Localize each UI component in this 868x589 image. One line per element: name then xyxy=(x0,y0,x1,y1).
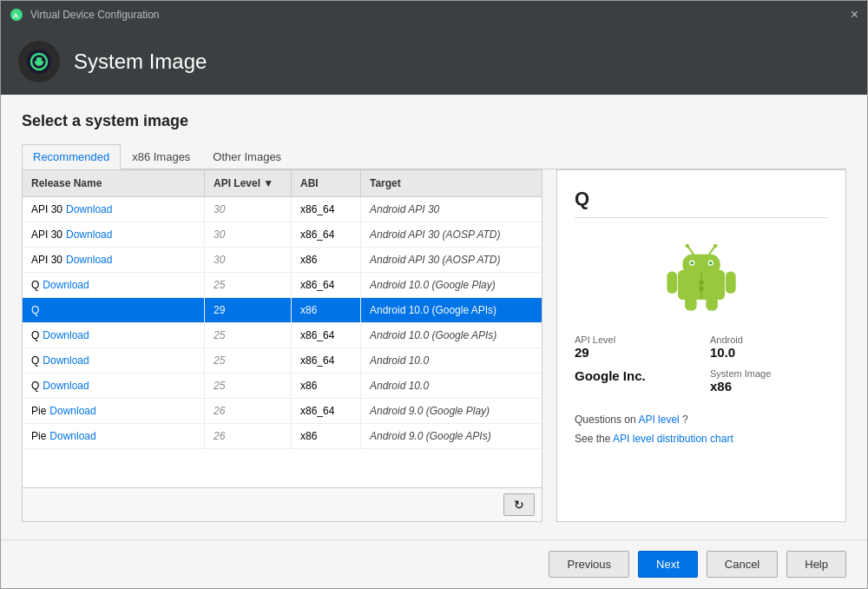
questions-text: Questions on xyxy=(575,414,638,426)
system-image-field: System Image x86 xyxy=(710,368,828,394)
previous-button[interactable]: Previous xyxy=(549,551,629,578)
cell-abi: x86 xyxy=(292,424,361,448)
refresh-button[interactable]: ↻ xyxy=(503,493,535,516)
cell-api: 25 xyxy=(205,348,292,373)
download-link[interactable]: Download xyxy=(49,405,95,417)
release-q: Q xyxy=(31,329,39,341)
info-name-label: Q xyxy=(575,188,828,218)
table-row[interactable]: Pie Download 26 x86 Android 9.0 (Google … xyxy=(23,424,542,449)
api-level-label: API Level xyxy=(575,334,693,345)
cell-release: Q xyxy=(23,298,205,322)
info-fields: API Level 29 Android 10.0 Google Inc. Sy… xyxy=(575,334,828,394)
download-link[interactable]: Download xyxy=(43,329,89,341)
download-link[interactable]: Download xyxy=(43,279,89,291)
next-button[interactable]: Next xyxy=(638,551,698,578)
cell-abi: x86_64 xyxy=(292,222,361,247)
page-title: Select a system image xyxy=(22,112,846,130)
table-row[interactable]: Pie Download 26 x86_64 Android 9.0 (Goog… xyxy=(23,399,542,424)
android-robot-svg xyxy=(662,237,740,315)
table-row[interactable]: Q Download 25 x86_64 Android 10.0 (Googl… xyxy=(23,323,542,348)
cell-release: Q Download xyxy=(23,374,205,398)
col-abi: ABI xyxy=(292,170,361,196)
cell-abi: x86_64 xyxy=(292,323,361,347)
android-field: Android 10.0 xyxy=(710,334,828,360)
cell-api: 26 xyxy=(205,399,292,423)
svg-point-23 xyxy=(699,287,703,291)
footer: Previous Next Cancel Help xyxy=(1,539,867,588)
android-studio-icon: A xyxy=(10,8,23,22)
chart-link[interactable]: API level distribution chart xyxy=(613,433,733,445)
release-q: Q xyxy=(31,380,39,392)
svg-point-16 xyxy=(713,244,718,248)
refresh-section: ↻ xyxy=(23,487,542,521)
svg-rect-20 xyxy=(706,296,718,310)
help-button[interactable]: Help xyxy=(786,551,846,578)
cell-release: Q Download xyxy=(23,348,205,373)
cancel-button[interactable]: Cancel xyxy=(707,551,778,578)
svg-rect-19 xyxy=(685,296,697,310)
download-link[interactable]: Download xyxy=(66,228,112,241)
cell-api: 30 xyxy=(205,222,292,247)
close-button[interactable]: × xyxy=(851,8,858,22)
table-row[interactable]: API 30 Download 30 x86_64 Android API 30 xyxy=(23,197,542,222)
svg-line-15 xyxy=(709,247,714,255)
svg-point-14 xyxy=(686,244,690,248)
table-header: Release Name API Level ▼ ABI Target xyxy=(23,170,542,197)
table-row[interactable]: Q Download 25 x86_64 Android 10.0 xyxy=(23,348,542,374)
vendor-field: Google Inc. xyxy=(575,368,693,394)
tab-other[interactable]: Other Images xyxy=(201,144,293,169)
cell-release: Q Download xyxy=(23,273,205,297)
header-icon-wrap xyxy=(18,41,60,83)
api-level-value: 29 xyxy=(575,345,693,360)
download-link[interactable]: Download xyxy=(49,430,95,442)
release-q: Q xyxy=(31,304,39,316)
cell-target: Android API 30 (AOSP ATD) xyxy=(361,248,542,272)
tabs: Recommended x86 Images Other Images xyxy=(22,144,846,169)
release-q: Q xyxy=(31,354,39,367)
cell-target: Android 10.0 xyxy=(361,348,542,373)
release-prefix: API 30 xyxy=(31,228,62,241)
title-bar-left: A Virtual Device Configuration xyxy=(10,8,160,22)
col-api-level[interactable]: API Level ▼ xyxy=(205,170,292,196)
download-link[interactable]: Download xyxy=(66,203,112,215)
table-row[interactable]: API 30 Download 30 x86 Android API 30 (A… xyxy=(23,248,542,273)
download-link[interactable]: Download xyxy=(43,354,89,367)
svg-point-22 xyxy=(699,281,703,285)
svg-line-13 xyxy=(688,247,694,255)
android-icon xyxy=(25,48,53,76)
tab-x86[interactable]: x86 Images xyxy=(121,144,201,169)
tab-recommended[interactable]: Recommended xyxy=(22,144,121,169)
table-row[interactable]: API 30 Download 30 x86_64 Android API 30… xyxy=(23,222,542,248)
api-link[interactable]: API level xyxy=(638,414,679,426)
api-level-field: API Level 29 xyxy=(575,334,693,360)
svg-point-11 xyxy=(690,261,694,265)
cell-target: Android 10.0 (Google APIs) xyxy=(361,323,542,347)
cell-release: API 30 Download xyxy=(23,248,205,272)
table-section: Release Name API Level ▼ ABI Target API … xyxy=(22,169,542,522)
cell-release: API 30 Download xyxy=(23,197,205,222)
table-body: API 30 Download 30 x86_64 Android API 30… xyxy=(23,197,542,487)
cell-api: 25 xyxy=(205,374,292,398)
questions-line: Questions on API level ? xyxy=(575,411,828,430)
release-prefix: API 30 xyxy=(31,203,62,215)
table-row-selected[interactable]: Q 29 x86 Android 10.0 (Google APIs) xyxy=(23,298,542,323)
release-pie: Pie xyxy=(31,430,46,442)
system-image-label: System Image xyxy=(710,368,828,379)
svg-rect-17 xyxy=(667,272,677,294)
cell-release: Q Download xyxy=(23,323,205,347)
android-robot-image xyxy=(575,237,828,315)
cell-release: API 30 Download xyxy=(23,222,205,247)
table-row[interactable]: Q Download 25 x86_64 Android 10.0 (Googl… xyxy=(23,273,542,298)
cell-api: 26 xyxy=(205,424,292,448)
download-link[interactable]: Download xyxy=(43,380,89,392)
see-text: See the xyxy=(575,433,613,445)
cell-abi: x86_64 xyxy=(292,197,361,222)
download-link[interactable]: Download xyxy=(66,254,112,266)
android-label: Android xyxy=(710,334,828,345)
table-row[interactable]: Q Download 25 x86 Android 10.0 xyxy=(23,374,542,399)
release-q: Q xyxy=(31,279,39,291)
cell-release: Pie Download xyxy=(23,424,205,448)
release-prefix: API 30 xyxy=(31,254,62,266)
cell-target: Android 10.0 (Google Play) xyxy=(361,273,542,297)
main-area: Release Name API Level ▼ ABI Target API … xyxy=(22,169,846,522)
